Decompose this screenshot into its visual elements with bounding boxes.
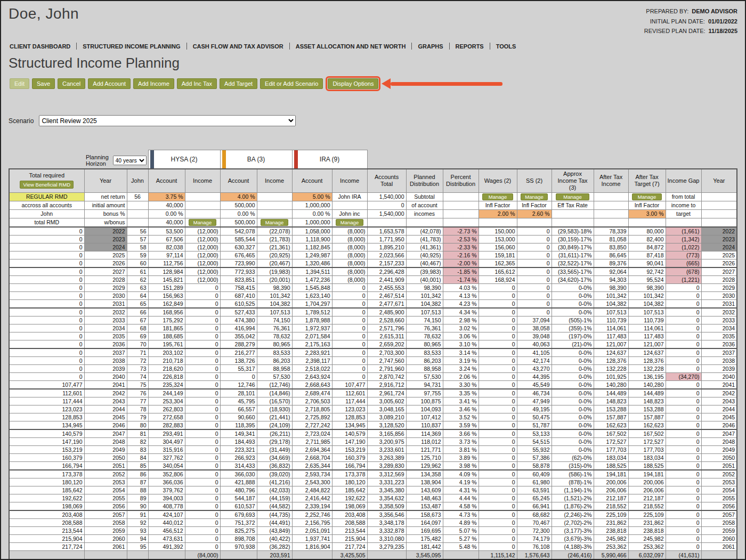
cell-ss: 37,094 bbox=[517, 316, 552, 324]
edit-button[interactable]: Edit bbox=[10, 78, 29, 89]
ira-color-stripe bbox=[294, 150, 298, 168]
cell-after-tax-income bbox=[594, 209, 628, 218]
cell-after-tax-target: 253,362 bbox=[628, 542, 666, 550]
cell-total-required: 0 bbox=[9, 308, 84, 316]
callout-arrow-icon bbox=[382, 78, 502, 89]
cell-planned-distribution: of account bbox=[406, 201, 443, 209]
cell-after-tax-target: 218,552 bbox=[628, 502, 666, 510]
cell-after-tax-target: 95,524 bbox=[628, 275, 666, 283]
cell-income-gap: 0 bbox=[666, 526, 701, 534]
save-button[interactable]: Save bbox=[32, 78, 55, 89]
nav-item-structured-income-planning[interactable]: STRUCTURED INCOME PLANNING bbox=[83, 43, 180, 50]
cell-ss: 76,108 bbox=[517, 542, 552, 550]
cell-hysa-income: 0 bbox=[185, 308, 220, 316]
nav-divider bbox=[449, 43, 450, 50]
nav-item-client-dashboard[interactable]: CLIENT DASHBOARD bbox=[10, 43, 70, 50]
cell-ira-income: 192,622 bbox=[332, 494, 367, 502]
add-income-button[interactable]: Add Income bbox=[133, 78, 174, 89]
cell-accounts-total: 3,128,520 bbox=[367, 421, 406, 429]
add-inc-tax-button[interactable]: Add Inc Tax bbox=[177, 78, 217, 89]
nav-item-reports[interactable]: REPORTS bbox=[456, 43, 484, 50]
cell-ba-account: 970,938 bbox=[220, 542, 257, 550]
cell-wages: 156,060 bbox=[479, 243, 517, 251]
cell-hysa-account: 40,000 bbox=[148, 218, 185, 227]
cell-approx-income-tax: (2,246)-2% bbox=[552, 510, 594, 519]
cell-planned-distribution: 101,342 bbox=[406, 291, 443, 299]
cell-approx-income-tax: 0-0% bbox=[552, 356, 594, 364]
cell-ss: 0 bbox=[517, 283, 552, 291]
cell-planned-distribution: Subtotal bbox=[406, 192, 443, 201]
manage-button[interactable]: Manage bbox=[261, 219, 288, 226]
account-tab-ba[interactable]: BA (3) bbox=[220, 150, 292, 169]
cell-hysa-account: 315,916 bbox=[148, 445, 185, 453]
cell-ira-account: 2,723,024 bbox=[292, 429, 332, 438]
cell-after-tax-target: 121,007 bbox=[628, 340, 666, 348]
cell-ba-income: (34,669) bbox=[257, 453, 292, 461]
cell-after-tax-income: 225,109 bbox=[594, 510, 628, 519]
cell-year: 2042 bbox=[84, 389, 127, 397]
cell-approx-income-tax bbox=[552, 218, 594, 227]
view-beneficial-rmd-button[interactable]: View Beneficial RMD bbox=[20, 181, 74, 189]
cell-approx-income-tax: (197)-0% bbox=[552, 332, 594, 340]
cell-hysa-account: 195,761 bbox=[148, 340, 185, 348]
cell-total-required: 185,642 bbox=[9, 486, 84, 494]
cell-ba-income: Manage bbox=[257, 218, 292, 227]
manage-button[interactable]: Manage bbox=[556, 193, 589, 200]
cell-approx-income-tax: 0-0% bbox=[552, 283, 594, 291]
table-row: 215,904206094473,6310898,708(40,422)1,93… bbox=[9, 534, 737, 542]
cell-ss: 0 bbox=[517, 227, 552, 236]
cell-year: 2035 bbox=[84, 332, 127, 340]
table-row: 0203670195,7610288,27980,9652,175,16302,… bbox=[9, 340, 737, 348]
manage-button[interactable]: Manage bbox=[521, 193, 548, 200]
table-row: 020245882,038(12,000)630,327(21,361)1,18… bbox=[9, 243, 737, 251]
cell-accounts-total bbox=[367, 218, 406, 227]
cell-wages: 0 bbox=[479, 291, 517, 299]
cell-age: 58 bbox=[127, 243, 148, 251]
nav-item-asset-allocation-and-net-worth[interactable]: ASSET ALLOCATION AND NET WORTH bbox=[296, 43, 406, 50]
add-account-button[interactable]: Add Account bbox=[88, 78, 131, 89]
cell-hysa-account: 175,292 bbox=[148, 316, 185, 324]
manage-button[interactable]: Manage bbox=[336, 219, 363, 226]
account-tab-hysa[interactable]: HYSA (2) bbox=[148, 150, 220, 169]
cell-year-right: 2055 bbox=[701, 494, 737, 502]
cell-planned-distribution: 138,904 bbox=[406, 478, 443, 486]
cell-ba-income: 80,965 bbox=[257, 340, 292, 348]
cell-total-required: 112,601 bbox=[9, 389, 84, 397]
cell-ira-account: 1,878,988 bbox=[292, 316, 332, 324]
cell-ss: 60,409 bbox=[517, 470, 552, 478]
cell-after-tax-income: 188,525 bbox=[594, 461, 628, 470]
cell-ira-account: 1,394,511 bbox=[292, 267, 332, 276]
cell-after-tax-target: 140,280 bbox=[628, 380, 666, 389]
cell-percent-distribution: 2.98 % bbox=[443, 316, 479, 324]
nav-item-tools[interactable]: TOOLS bbox=[496, 43, 516, 50]
cell-after-tax-income: 107,513 bbox=[594, 308, 628, 316]
edit-or-add-scenario-button[interactable]: Edit or Add Scenario bbox=[260, 78, 323, 89]
cell-income-gap: (1,022) bbox=[666, 243, 701, 251]
manage-button[interactable]: Manage bbox=[632, 193, 661, 200]
cell-ss: 61,980 bbox=[517, 478, 552, 486]
cell-ba-account: 676,465 bbox=[220, 251, 257, 259]
cell-total-required: total RMD bbox=[9, 218, 84, 227]
display-options-button[interactable]: Display Options bbox=[328, 78, 378, 89]
table-row: 0203771203,1020216,27783,5332,283,92102,… bbox=[9, 348, 737, 357]
cancel-button[interactable]: Cancel bbox=[58, 78, 85, 89]
cell-year: 2038 bbox=[84, 356, 127, 364]
manage-button[interactable]: Manage bbox=[482, 193, 513, 200]
cell-ira-account: 2,668,704 bbox=[292, 453, 332, 461]
cell-year-right: 2052 bbox=[701, 470, 737, 478]
cell-hysa-income: 0 bbox=[185, 299, 220, 308]
cell-total-required: 0 bbox=[9, 364, 84, 372]
account-tab-ira[interactable]: IRA (9) bbox=[292, 150, 367, 169]
cell-year-right: 2024 bbox=[701, 243, 737, 251]
nav-item-graphs[interactable]: GRAPHS bbox=[418, 43, 443, 50]
manage-button[interactable]: Manage bbox=[189, 219, 216, 226]
planning-horizon-select[interactable]: 40 years bbox=[113, 156, 147, 165]
add-target-button[interactable]: Add Target bbox=[220, 78, 257, 89]
nav-item-cash-flow-and-tax-advisor[interactable]: CASH FLOW AND TAX ADVISOR bbox=[193, 43, 283, 50]
cell-income-gap: (678) bbox=[666, 267, 701, 276]
scenario-select[interactable]: Client Review 2025 bbox=[39, 115, 296, 126]
cell-percent-distribution bbox=[443, 209, 479, 218]
cell-income-gap: (1,661) bbox=[666, 227, 701, 236]
cell-after-tax-target: 188,525 bbox=[628, 461, 666, 470]
cell-hysa-income: Manage bbox=[185, 218, 220, 227]
